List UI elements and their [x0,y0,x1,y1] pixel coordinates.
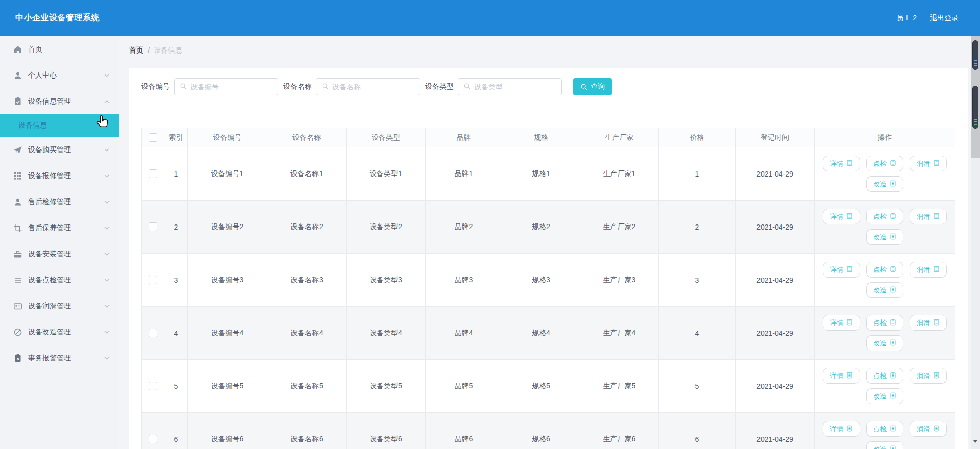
check-button[interactable]: 点检 [866,262,903,278]
page-layout: 首页 个人中心 设备信息管理 设备信息 设备购买管理 设备报修管理 售后检修管理… [0,36,980,449]
current-user-link[interactable]: 员工 2 [896,14,917,23]
cell-brand: 品牌3 [426,254,502,307]
detail-button[interactable]: 详情 [823,315,860,331]
chevron-down-icon [104,303,110,309]
sidebar-item-label: 设备点检管理 [28,276,104,285]
lubricate-button[interactable]: 润滑 [910,368,947,384]
check-button[interactable]: 点检 [866,421,903,437]
detail-button[interactable]: 详情 [823,262,860,278]
sidebar-item-5[interactable]: 售后检修管理 [0,189,119,215]
lubricate-button[interactable]: 润滑 [910,262,947,278]
search-button[interactable]: 查询 [573,78,612,95]
lubricate-button[interactable]: 润滑 [910,421,947,437]
cell-device-name: 设备名称1 [267,147,347,201]
scrollbar-thumb-green[interactable] [972,86,978,129]
device-type-input[interactable] [474,83,556,91]
cell-device-type: 设备类型6 [347,413,426,449]
document-icon [933,213,940,221]
scrollbar-stripes-green [974,119,977,126]
card-icon [13,301,23,311]
sidebar-item-2[interactable]: 设备信息管理 [0,88,119,114]
sidebar-item-3[interactable]: 设备购买管理 [0,137,119,163]
detail-button[interactable]: 详情 [823,156,860,171]
cell-device-name: 设备名称4 [267,307,347,360]
row-checkbox[interactable] [149,435,157,443]
sidebar-item-11[interactable]: 事务报警管理 [0,345,119,371]
detail-button[interactable]: 详情 [823,421,860,437]
document-icon [890,213,896,221]
lubricate-button[interactable]: 润滑 [910,315,947,331]
table-row: 4设备编号4设备名称4设备类型4品牌4规格4生产厂家442021-04-29 详… [142,307,955,360]
cell-register-date: 2021-04-29 [736,307,815,360]
row-checkbox[interactable] [149,329,157,337]
check-button[interactable]: 点检 [866,156,903,171]
select-all-checkbox[interactable] [149,133,157,142]
cell-register-date: 2021-04-29 [736,254,815,307]
sidebar-item-7[interactable]: 设备安装管理 [0,241,119,267]
user-icon [13,70,23,81]
row-checkbox[interactable] [149,222,157,231]
cell-device-name: 设备名称2 [267,201,347,254]
modify-button[interactable]: 改造 [866,441,903,449]
sidebar-item-4[interactable]: 设备报修管理 [0,163,119,189]
breadcrumb-home[interactable]: 首页 [129,46,143,55]
document-icon [933,266,940,274]
cell-index: 1 [164,147,188,201]
cell-device-code: 设备编号1 [188,147,267,201]
sidebar-item-1[interactable]: 个人中心 [0,62,119,88]
detail-button[interactable]: 详情 [823,368,860,384]
sidebar-item-label: 首页 [28,45,110,54]
lubricate-button[interactable]: 润滑 [910,209,947,224]
cell-spec: 规格5 [502,360,580,413]
scrollbar[interactable] [971,36,980,449]
check-button[interactable]: 点检 [866,209,903,224]
column-header: 设备类型 [347,128,426,147]
sidebar-item-label: 设备购买管理 [28,145,104,155]
check-button[interactable]: 点检 [866,315,903,331]
chevron-down-icon [104,225,110,231]
chevron-down-icon [104,173,110,179]
column-header: 设备名称 [267,128,347,147]
sidebar-item-6[interactable]: 售后保养管理 [0,215,119,241]
modify-button[interactable]: 改造 [866,335,903,351]
table-row: 1设备编号1设备名称1设备类型1品牌1规格1生产厂家112021-04-29 详… [142,147,955,201]
cell-spec: 规格2 [502,201,580,254]
edit-off-icon [13,327,23,337]
row-checkbox[interactable] [149,382,157,390]
cell-actions: 详情 点检 润滑 改造 [815,201,955,254]
column-header: 品牌 [426,128,502,147]
cell-device-code: 设备编号3 [188,254,267,307]
cell-device-type: 设备类型4 [347,307,426,360]
cell-index: 6 [164,413,188,449]
modify-button[interactable]: 改造 [866,176,903,192]
device-code-input[interactable] [190,83,273,91]
scrollbar-down-arrow-icon[interactable] [973,440,977,443]
lubricate-button[interactable]: 润滑 [910,156,947,171]
sidebar-item-9[interactable]: 设备润滑管理 [0,293,119,319]
sidebar-subitem-设备信息[interactable]: 设备信息 [0,114,119,137]
check-button[interactable]: 点检 [866,368,903,384]
detail-button[interactable]: 详情 [823,209,860,224]
document-icon [846,425,853,433]
sidebar-item-0[interactable]: 首页 [0,36,119,62]
sidebar-item-label: 设备润滑管理 [28,302,104,311]
row-checkbox[interactable] [149,276,157,284]
scrollbar-thumb-blue[interactable] [972,40,978,70]
document-icon [890,372,896,380]
logout-link[interactable]: 退出登录 [930,14,959,23]
column-header: 操作 [815,128,955,147]
table-header-row: 索引设备编号设备名称设备类型品牌规格生产厂家价格登记时间操作 [142,128,955,147]
sidebar-subitem-label: 设备信息 [18,121,47,130]
row-checkbox[interactable] [149,169,157,178]
modify-button[interactable]: 改造 [866,229,903,245]
device-name-input[interactable] [332,83,414,91]
sidebar-item-8[interactable]: 设备点检管理 [0,267,119,293]
document-icon [933,319,940,327]
modify-button[interactable]: 改造 [866,282,903,298]
sidebar-item-10[interactable]: 设备改造管理 [0,319,119,345]
modify-button[interactable]: 改造 [866,388,903,404]
column-header: 登记时间 [736,128,815,147]
header-user-area: 员工 2 退出登录 [896,14,959,23]
cell-device-code: 设备编号5 [188,360,267,413]
cell-index: 3 [164,254,188,307]
